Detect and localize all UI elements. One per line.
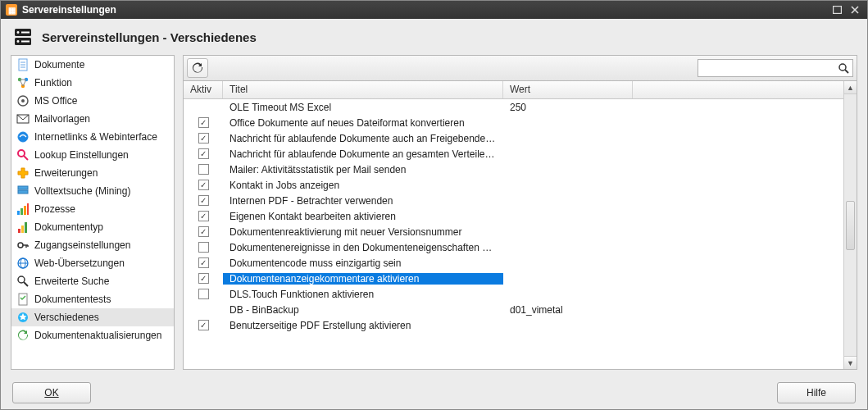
- table-row[interactable]: Kontakt in Jobs anzeigen: [184, 177, 843, 193]
- sidebar-item-mining[interactable]: Volltextsuche (Mining): [11, 182, 174, 200]
- sidebar-item-label: MS Office: [34, 95, 77, 107]
- lookup-icon: [16, 148, 30, 162]
- svg-rect-0: [833, 7, 841, 14]
- maximize-icon: [833, 6, 842, 14]
- search-button[interactable]: [834, 60, 852, 76]
- sidebar-item-label: Dokumentenaktualisierungen: [34, 330, 161, 341]
- sidebar-item-func[interactable]: Funktion: [11, 74, 174, 92]
- refresh-icon: [191, 61, 204, 75]
- mining-icon: [16, 184, 30, 198]
- scroll-thumb[interactable]: [846, 201, 855, 250]
- column-header-titel[interactable]: Titel: [223, 81, 503, 98]
- doc-icon: [16, 58, 30, 71]
- svg-rect-32: [18, 229, 20, 233]
- scrollbar[interactable]: ▲ ▼: [843, 81, 857, 369]
- cell-titel: Nachricht für ablaufende Dokumente an ge…: [223, 148, 503, 160]
- svg-rect-30: [24, 206, 26, 215]
- checkbox[interactable]: [198, 133, 209, 144]
- column-header-aktiv[interactable]: Aktiv: [184, 81, 223, 98]
- table-row[interactable]: Eigenen Kontakt bearbeiten aktivieren: [184, 208, 843, 224]
- table-row[interactable]: Benutzerseitige PDF Erstellung aktiviere…: [184, 317, 843, 333]
- scroll-up-button[interactable]: ▲: [844, 81, 857, 94]
- svg-point-42: [18, 276, 25, 283]
- table-row[interactable]: DB - BinBackupd01_vimetal: [184, 302, 843, 317]
- cell-titel: DB - BinBackup: [223, 304, 503, 316]
- sidebar-item-doc[interactable]: Dokumente: [11, 56, 174, 74]
- sidebar-item-misc[interactable]: Verschiedenes: [11, 308, 174, 326]
- checkbox[interactable]: [198, 226, 209, 237]
- checkbox[interactable]: [198, 180, 209, 190]
- checkbox[interactable]: [198, 257, 209, 268]
- close-icon: [851, 6, 859, 14]
- sidebar-item-label: Verschiedenes: [34, 312, 99, 323]
- column-header-spacer: [633, 81, 843, 98]
- sidebar-item-label: Mailvorlagen: [34, 113, 90, 125]
- toolbar: [183, 55, 857, 81]
- scroll-track[interactable]: [844, 94, 857, 356]
- svg-point-24: [18, 150, 25, 157]
- column-header-wert[interactable]: Wert: [503, 81, 633, 98]
- table-row[interactable]: Dokumentenanzeigekommentare aktivieren: [184, 271, 843, 286]
- sidebar-item-doctype[interactable]: Dokumententyp: [11, 218, 174, 236]
- svg-point-46: [839, 64, 846, 71]
- doctype-icon: [16, 221, 30, 234]
- sidebar-item-lookup[interactable]: Lookup Einstellungen: [11, 146, 174, 164]
- checkbox[interactable]: [198, 273, 209, 284]
- close-button[interactable]: [848, 4, 862, 16]
- sidebar-item-refresh[interactable]: Dokumentenaktualisierungen: [11, 326, 174, 344]
- maximize-button[interactable]: [829, 4, 844, 16]
- checkbox[interactable]: [198, 164, 209, 175]
- sidebar-item-ie[interactable]: Internetlinks & Webinterface: [11, 128, 174, 146]
- search-input[interactable]: [698, 62, 834, 74]
- svg-rect-28: [17, 211, 20, 215]
- sidebar-item-label: Funktion: [34, 77, 72, 89]
- checkbox[interactable]: [198, 289, 209, 299]
- mail-icon: [16, 112, 30, 125]
- cell-titel: Eigenen Kontakt bearbeiten aktivieren: [223, 211, 503, 222]
- scroll-down-button[interactable]: ▼: [844, 356, 857, 369]
- table-row[interactable]: Office Dokumente auf neues Dateiformat k…: [184, 115, 843, 130]
- svg-point-6: [17, 40, 20, 43]
- cell-titel: Internen PDF - Betrachter verwenden: [223, 195, 503, 207]
- table-row[interactable]: Nachricht für ablaufende Dokumente auch …: [184, 130, 843, 146]
- sidebar-item-label: Web-Übersetzungen: [34, 257, 125, 269]
- ok-button[interactable]: OK: [12, 382, 91, 403]
- table-row[interactable]: Mailer: Aktivitätsstatistik per Mail sen…: [184, 162, 843, 177]
- checkbox[interactable]: [198, 320, 209, 330]
- sidebar-item-ext[interactable]: Erweiterungen: [11, 164, 174, 182]
- svg-rect-27: [18, 190, 28, 194]
- sidebar-item-mail[interactable]: Mailvorlagen: [11, 110, 174, 128]
- refresh-button[interactable]: [187, 58, 208, 78]
- sidebar-item-office[interactable]: MS Office: [11, 92, 174, 110]
- table-row[interactable]: OLE Timeout MS Excel250: [184, 99, 843, 115]
- sidebar-item-search[interactable]: Erweiterte Suche: [11, 272, 174, 290]
- table-row[interactable]: Nachricht für ablaufende Dokumente an ge…: [184, 146, 843, 162]
- table-row[interactable]: DLS.Touch Funktionen aktivieren: [184, 286, 843, 302]
- checkbox[interactable]: [198, 242, 209, 253]
- checkbox[interactable]: [198, 195, 209, 206]
- svg-rect-29: [20, 208, 23, 215]
- titlebar[interactable]: ▦ Servereinstellungen: [1, 1, 867, 19]
- page-header: Servereinstellungen - Verschiedenes: [1, 19, 867, 55]
- svg-rect-26: [18, 186, 28, 189]
- sidebar-item-label: Erweiterte Suche: [34, 276, 109, 287]
- key-icon: [16, 239, 30, 252]
- sidebar[interactable]: DokumenteFunktionMS OfficeMailvorlagenIn…: [11, 55, 175, 370]
- checkbox[interactable]: [198, 148, 209, 159]
- sidebar-item-key[interactable]: Zugangseinstellungen: [11, 236, 174, 254]
- checkbox[interactable]: [198, 211, 209, 221]
- table-row[interactable]: Dokumentenreaktivierung mit neuer Versio…: [184, 224, 843, 239]
- svg-rect-33: [21, 226, 24, 233]
- table-row[interactable]: Internen PDF - Betrachter verwenden: [184, 193, 843, 208]
- checkbox[interactable]: [198, 117, 209, 128]
- sidebar-item-tests[interactable]: Dokumententests: [11, 290, 174, 308]
- svg-rect-7: [21, 32, 30, 34]
- cell-titel: Office Dokumente auf neues Dateiformat k…: [223, 117, 503, 129]
- sidebar-item-proc[interactable]: Prozesse: [11, 200, 174, 218]
- table-row[interactable]: Dokumentenereignisse in den Dokumentenei…: [184, 239, 843, 255]
- sidebar-item-web[interactable]: Web-Übersetzungen: [11, 254, 174, 272]
- table-row[interactable]: Dokumentencode muss einzigartig sein: [184, 255, 843, 271]
- help-button[interactable]: Hilfe: [777, 382, 856, 403]
- grid-body[interactable]: OLE Timeout MS Excel250Office Dokumente …: [184, 99, 843, 333]
- search-box[interactable]: [698, 59, 853, 77]
